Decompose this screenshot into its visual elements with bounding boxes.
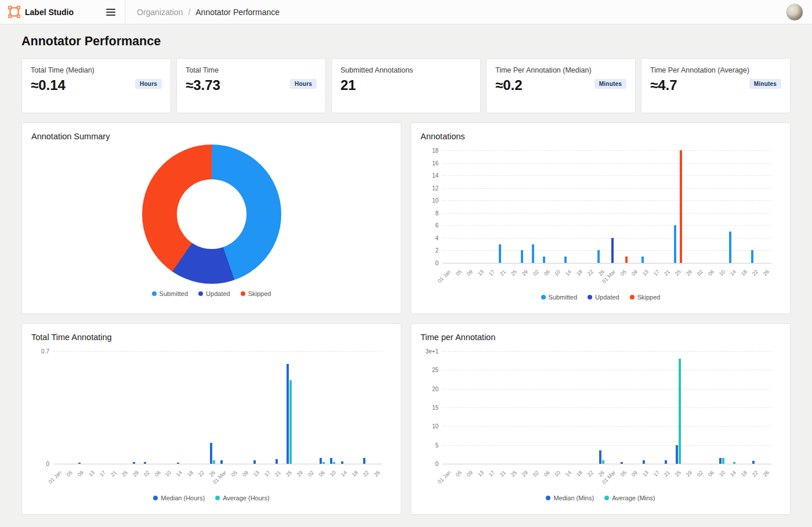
- bar-average-mins-: [602, 460, 604, 464]
- x-axis-tick-label: 10: [553, 470, 561, 478]
- plot-area: 05101520253e+1: [443, 351, 771, 464]
- x-axis-tick-label: 13: [477, 470, 485, 478]
- page-title: Annotator Performance: [21, 34, 791, 49]
- legend-item-average-hours-[interactable]: Average (Hours): [215, 494, 270, 501]
- gridline: [443, 175, 771, 176]
- legend-label: Average (Hours): [223, 494, 270, 501]
- bar-submitted: [532, 244, 534, 263]
- label-studio-logo-icon: [8, 6, 20, 18]
- bar-median-hours-: [220, 460, 223, 464]
- legend-label: Skipped: [637, 294, 661, 301]
- total-time-annotating-card: Total Time Annotating 00.701 Jan05091317…: [21, 323, 401, 515]
- y-axis-tick-label: 0: [46, 461, 49, 467]
- legend-item-median-mins-[interactable]: Median (Mins): [546, 494, 594, 501]
- total-time-legend: Median (Hours)Average (Hours): [31, 494, 392, 501]
- annotations-card: Annotations 02468101214161801 Jan0509131…: [411, 122, 791, 314]
- breadcrumb: Organization / Annotator Performance: [137, 8, 280, 17]
- legend-dot: [198, 291, 203, 296]
- annotation-summary-legend: SubmittedUpdatedSkipped: [31, 290, 392, 297]
- gridline: [53, 351, 382, 352]
- bar-median-hours-: [210, 443, 212, 464]
- legend-item-submitted[interactable]: Submitted: [152, 290, 188, 297]
- gridline: [443, 188, 771, 189]
- legend-label: Average (Mins): [612, 494, 655, 501]
- x-axis-tick-label: 05: [619, 470, 628, 478]
- legend-label: Submitted: [160, 290, 188, 297]
- breadcrumb-organization[interactable]: Organization: [137, 8, 183, 17]
- legend-item-submitted[interactable]: Submitted: [541, 294, 578, 301]
- x-axis-tick-label: 05: [455, 269, 463, 277]
- bar-median-hours-: [363, 458, 365, 464]
- bar-median-mins-: [719, 458, 722, 464]
- legend-item-skipped[interactable]: Skipped: [630, 294, 661, 301]
- gridline: [443, 370, 771, 370]
- x-axis-tick-label: 17: [652, 269, 660, 277]
- x-axis-tick-label: 14: [175, 470, 183, 478]
- x-axis-tick-label: 14: [564, 470, 572, 478]
- bar-updated: [611, 238, 614, 263]
- topbar-left-section: Label Studio: [0, 0, 125, 24]
- app-logo[interactable]: Label Studio: [8, 6, 74, 18]
- x-axis-tick-label: 21: [274, 470, 282, 478]
- legend-item-median-hours-[interactable]: Median (Hours): [153, 494, 205, 501]
- stat-value-row: ≈4.7Minutes: [650, 77, 781, 93]
- y-axis-tick-label: 0: [435, 461, 438, 467]
- legend-dot: [215, 496, 220, 500]
- x-axis-tick-label: 02: [307, 470, 315, 478]
- legend-item-skipped[interactable]: Skipped: [241, 290, 271, 297]
- x-axis-tick-label: 21: [499, 269, 507, 277]
- plot-area: 00.7: [53, 351, 382, 464]
- x-axis-tick-label: 01 Jan: [437, 470, 452, 485]
- bar-median-hours-: [320, 458, 322, 464]
- x-axis-tick-label: 02: [696, 269, 704, 277]
- time-per-annotation-card: Time per Annotation 05101520253e+101 Jan…: [411, 323, 791, 515]
- gridline: [443, 250, 771, 251]
- stat-value: 21: [340, 77, 356, 93]
- gridline: [443, 445, 771, 446]
- donut-hole: [177, 179, 246, 249]
- legend-item-updated[interactable]: Updated: [588, 294, 619, 301]
- x-axis-tick-label: 13: [641, 470, 650, 478]
- stat-label: Total Time (Median): [31, 66, 162, 74]
- main-content: Annotator Performance Total Time (Median…: [0, 34, 812, 526]
- y-axis-tick-label: 3e+1: [425, 348, 438, 355]
- legend-item-updated[interactable]: Updated: [198, 290, 230, 297]
- bar-submitted: [729, 232, 731, 263]
- x-axis-tick-label: 26: [208, 470, 216, 478]
- x-axis-tick-label: 21: [499, 470, 507, 478]
- time-per-annotation-legend: Median (Mins)Average (Mins): [420, 494, 781, 501]
- stat-unit-badge: Minutes: [749, 79, 781, 89]
- legend-label: Skipped: [248, 290, 271, 297]
- charts-grid: Annotation Summary SubmittedUpdatedSkipp…: [21, 122, 791, 515]
- x-axis-tick-label: 25: [510, 269, 518, 277]
- x-axis-tick-label: 25: [285, 470, 293, 478]
- user-avatar[interactable]: [786, 3, 803, 21]
- annotations-legend: SubmittedUpdatedSkipped: [420, 294, 781, 301]
- chart-title-total-time: Total Time Annotating: [31, 333, 392, 342]
- x-axis-tick-label: 18: [740, 269, 748, 277]
- chart-title-annotation-summary: Annotation Summary: [31, 132, 392, 141]
- x-axis-tick-label: 02: [532, 269, 540, 277]
- x-axis-tick-label: 22: [586, 269, 594, 277]
- breadcrumb-current-page: Annotator Performance: [195, 8, 280, 17]
- bar-average-hours-: [289, 380, 292, 464]
- x-axis-tick-label: 22: [586, 470, 594, 478]
- x-axis-tick-label: 21: [110, 470, 118, 478]
- legend-item-average-mins-[interactable]: Average (Mins): [604, 494, 655, 501]
- legend-label: Median (Mins): [553, 494, 594, 501]
- y-axis-tick-label: 4: [435, 234, 438, 241]
- bar-average-mins-: [679, 359, 681, 464]
- bar-average-hours-: [333, 462, 335, 464]
- stat-value: ≈4.7: [650, 77, 677, 93]
- bar-median-mins-: [676, 445, 678, 464]
- x-axis-tick-label: 10: [329, 470, 337, 478]
- menu-toggle-icon[interactable]: [105, 6, 117, 18]
- y-axis-tick-label: 14: [432, 172, 438, 179]
- app-name: Label Studio: [25, 8, 74, 17]
- x-axis-tick-label: 26: [597, 269, 606, 277]
- bar-average-hours-: [322, 462, 325, 464]
- x-axis-tick-label: 29: [685, 470, 693, 478]
- topbar: Label Studio Organization / Annotator Pe…: [0, 0, 812, 24]
- x-axis-tick-label: 22: [751, 269, 759, 277]
- bar-median-hours-: [287, 364, 289, 464]
